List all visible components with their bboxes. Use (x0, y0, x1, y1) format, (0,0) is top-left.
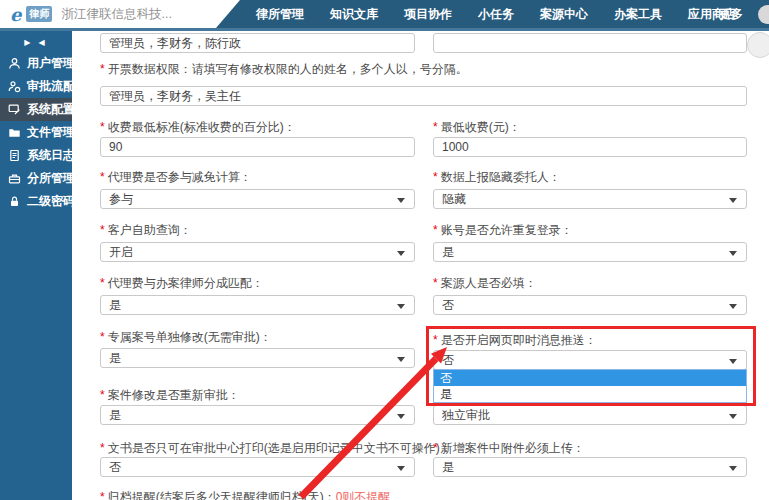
label-text: 案源人是否必填： (441, 276, 537, 290)
fee-lawyer-split-select[interactable]: 是 (100, 295, 415, 315)
label-text: 收费最低标准(标准收费的百分比)： (108, 120, 296, 134)
chevron-down-icon (729, 251, 737, 256)
sidebar-item-system-log[interactable]: 系统日志 (0, 144, 72, 167)
nav-item-case-source-center[interactable]: 案源中心 (540, 6, 588, 23)
required-asterisk: * (100, 223, 105, 237)
sidebar-item-system-config[interactable]: 系统配置 (0, 98, 72, 121)
branch-icon (8, 172, 21, 185)
web-push-label: *是否开启网页即时消息推送： (433, 332, 597, 349)
fee-lawyer-split-label: *代理费与办案律师分成匹配： (100, 275, 264, 292)
logo-badge: 律师 (26, 6, 52, 22)
avatar[interactable] (758, 5, 769, 24)
label-text: 最低收费(元)： (441, 120, 521, 134)
doc-print-select[interactable]: 否 (100, 457, 415, 477)
sidebar-collapse-icon[interactable]: ▶ ◀ (0, 34, 72, 52)
client-self-query-label: *客户自助查询： (100, 222, 192, 239)
chevron-down-icon (397, 466, 405, 471)
required-asterisk: * (100, 490, 105, 500)
chevron-down-icon (397, 414, 405, 419)
attachment-required-label: *新增案件中附件必须上传： (433, 440, 585, 457)
chevron-down-icon (397, 198, 405, 203)
label-text: 文书是否只可在审批中心打印(选是启用印记录中文书不可操作)： (108, 441, 452, 455)
select-value: 否 (442, 353, 454, 367)
exclusive-case-modify-select[interactable]: 是 (100, 348, 415, 368)
nav-item-knowledge-library[interactable]: 知识文库 (330, 6, 378, 23)
select-value: 独立审批 (442, 408, 490, 422)
sidebar-item-label: 文件管理 (27, 124, 75, 141)
label-text: 案件修改是否重新审批： (108, 388, 240, 402)
chevron-down-icon (397, 357, 405, 362)
sidebar-item-file-management[interactable]: 文件管理 (0, 121, 72, 144)
company-name: 浙江律联信息科技... (61, 6, 171, 23)
agency-fee-reduction-label: *代理费是否参与减免计算： (100, 169, 252, 186)
dropdown-option-yes[interactable]: 是 (434, 386, 746, 402)
sidebar-item-label: 系统日志 (27, 147, 75, 164)
exclusive-case-modify-label: *专属案号单独修改(无需审批)： (100, 329, 272, 346)
label-text: 客户自助查询： (108, 223, 192, 237)
archive-reminder-label: *归档提醒(结案后多少天提醒律师归档(天)：0则不提醒 (100, 489, 390, 500)
approval-flow-icon (8, 80, 21, 93)
min-fee-amount-input[interactable]: 1000 (433, 137, 747, 157)
required-asterisk: * (100, 388, 105, 402)
top-navbar: 律所管理 知识文库 项目协作 小任务 案源中心 办案工具 应用商店 更多 e 律… (0, 0, 769, 28)
case-source-required-label: *案源人是否必填： (433, 275, 537, 292)
sidebar-item-label: 用户管理 (27, 55, 75, 72)
web-push-select[interactable]: 否 (433, 350, 747, 370)
floating-widget-circle[interactable] (747, 32, 769, 58)
label-text: 新增案件中附件必须上传： (441, 441, 585, 455)
input-value: 管理员，李财务，吴主任 (109, 89, 241, 103)
nav-item-project-collab[interactable]: 项目协作 (404, 6, 452, 23)
required-asterisk: * (100, 330, 105, 344)
sidebar-item-label: 系统配置 (27, 101, 75, 118)
sidebar-item-branch-management[interactable]: 分所管理 (0, 167, 72, 190)
modify-permission-input[interactable]: 管理员，李财务，陈行政 (100, 33, 415, 53)
client-self-query-select[interactable]: 开启 (100, 242, 415, 262)
chevron-down-icon (729, 198, 737, 203)
empty-input[interactable] (433, 33, 747, 53)
folder-icon (8, 126, 21, 139)
nav-item-firm-management[interactable]: 律所管理 (256, 6, 304, 23)
required-asterisk: * (100, 62, 105, 76)
dropdown-option-no[interactable]: 否 (434, 370, 746, 386)
logo: e 律师 浙江律联信息科技... (0, 0, 240, 28)
independent-approval-select[interactable]: 独立审批 (433, 405, 747, 425)
navbar-divider (0, 28, 769, 31)
system-config-icon (8, 103, 21, 116)
select-value: 是 (109, 408, 121, 422)
min-fee-percent-label: *收费最低标准(标准收费的百分比)： (100, 119, 296, 136)
sidebar-item-label: 分所管理 (27, 170, 75, 187)
invoice-data-permission-input[interactable]: 管理员，李财务，吴主任 (100, 86, 747, 106)
required-asterisk: * (100, 276, 105, 290)
invoice-data-permission-label: *开票数据权限：请填写有修改权限的人的姓名，多个人以，号分隔。 (100, 61, 468, 78)
sidebar-item-user-management[interactable]: 用户管理 (0, 52, 72, 75)
chevron-down-icon (729, 466, 737, 471)
sidebar-item-approval-flow[interactable]: 审批流配.. (0, 75, 72, 98)
input-value: 90 (109, 140, 122, 154)
label-text: 账号是否允许重复登录： (441, 223, 573, 237)
required-asterisk: * (100, 120, 105, 134)
min-fee-percent-input[interactable]: 90 (100, 137, 415, 157)
report-hide-client-select[interactable]: 隐藏 (433, 189, 747, 209)
attachment-required-select[interactable]: 是 (433, 457, 747, 477)
more-button[interactable]: 更多 (719, 0, 743, 28)
case-remodify-approval-label: *案件修改是否重新审批： (100, 387, 240, 404)
required-asterisk: * (100, 170, 105, 184)
nav-item-small-tasks[interactable]: 小任务 (478, 6, 514, 23)
duplicate-login-select[interactable]: 是 (433, 242, 747, 262)
nav-menu: 律所管理 知识文库 项目协作 小任务 案源中心 办案工具 应用商店 (256, 0, 736, 28)
input-value: 管理员，李财务，陈行政 (109, 36, 241, 50)
input-value: 1000 (442, 140, 469, 154)
select-value: 是 (442, 245, 454, 259)
select-value: 是 (109, 351, 121, 365)
select-value: 参与 (109, 192, 133, 206)
nav-item-case-tools[interactable]: 办案工具 (614, 6, 662, 23)
duplicate-login-label: *账号是否允许重复登录： (433, 222, 573, 239)
case-remodify-approval-select[interactable]: 是 (100, 405, 415, 425)
case-source-required-select[interactable]: 否 (433, 295, 747, 315)
agency-fee-reduction-select[interactable]: 参与 (100, 189, 415, 209)
web-push-dropdown: 否 是 (433, 369, 747, 403)
required-asterisk: * (433, 120, 438, 134)
sidebar-item-secondary-password[interactable]: 二级密码 (0, 190, 72, 213)
select-value: 是 (442, 460, 454, 474)
lock-icon (8, 195, 21, 208)
